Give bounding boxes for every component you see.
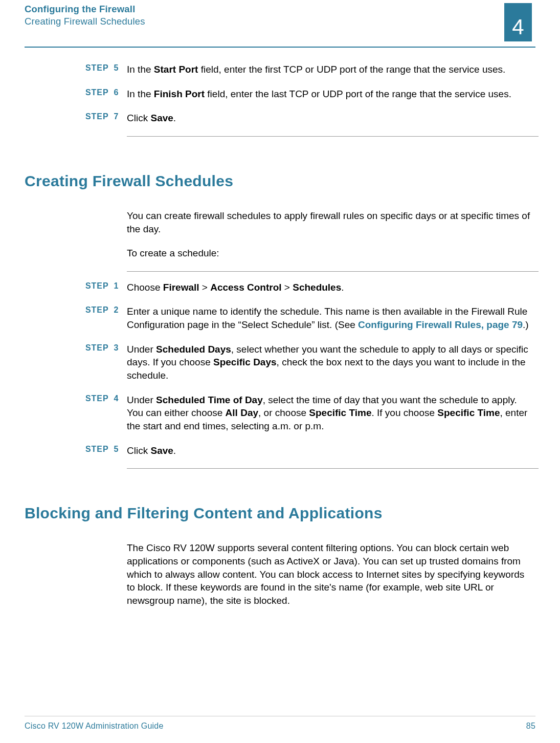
step-number: 6 [114, 88, 119, 97]
step-word: STEP [85, 281, 109, 290]
step-label: STEP 5 [25, 63, 127, 73]
step-text: . [341, 282, 344, 293]
step-text: .) [523, 319, 529, 330]
body-paragraph: You can create firewall schedules to app… [127, 209, 535, 235]
page-footer: Cisco RV 120W Administration Guide 85 [25, 716, 535, 731]
step-text: field, enter the last TCP or UDP port of… [205, 89, 511, 99]
step-label: STEP 3 [25, 343, 127, 353]
step-row: STEP 7 Click Save. [25, 112, 535, 125]
step-bold: Specific Days [213, 357, 277, 367]
step-row: STEP 5 In the Start Port field, enter th… [25, 63, 535, 76]
step-bold: Specific Time [309, 407, 371, 418]
step-body: Choose Firewall > Access Control > Sched… [127, 281, 535, 294]
step-bold: Firewall [163, 282, 199, 293]
step-text: Under [127, 344, 156, 355]
step-word: STEP [85, 343, 109, 352]
page-header: Configuring the Firewall Creating Firewa… [25, 0, 535, 41]
step-bold: Scheduled Days [156, 344, 231, 355]
footer-page-number: 85 [526, 722, 535, 731]
step-number: 1 [114, 281, 119, 290]
step-text: In the [127, 89, 154, 99]
step-word: STEP [85, 88, 109, 97]
section-end-rule [127, 136, 539, 137]
step-bold: Schedules [293, 282, 341, 293]
step-text: . If you choose [371, 407, 437, 418]
step-bold: All Day [226, 407, 258, 418]
step-text: Choose [127, 282, 163, 293]
body-paragraph: The Cisco RV 120W supports several conte… [127, 541, 535, 607]
chapter-number-badge: 4 [504, 3, 532, 41]
step-row: STEP 3 Under Scheduled Days, select whet… [25, 343, 535, 382]
header-chapter-title: Configuring the Firewall [25, 3, 145, 15]
header-section-title: Creating Firewall Schedules [25, 15, 145, 28]
step-label: STEP 1 [25, 281, 127, 291]
step-row: STEP 4 Under Scheduled Time of Day, sele… [25, 394, 535, 433]
step-bold: Specific Time [437, 407, 500, 418]
step-body: Enter a unique name to identify the sche… [127, 305, 535, 331]
step-bold: Save [150, 445, 173, 456]
cross-reference-link[interactable]: Configuring Firewall Rules, page 79 [358, 319, 523, 330]
step-body: In the Finish Port field, enter the last… [127, 88, 535, 101]
step-word: STEP [85, 445, 109, 453]
steps-start-rule [127, 271, 539, 272]
header-text-block: Configuring the Firewall Creating Firewa… [25, 3, 145, 28]
step-number: 7 [114, 112, 119, 121]
step-row: STEP 1 Choose Firewall > Access Control … [25, 281, 535, 294]
step-row: STEP 5 Click Save. [25, 444, 535, 457]
step-label: STEP 6 [25, 88, 127, 97]
step-number: 5 [114, 63, 119, 72]
step-word: STEP [85, 394, 109, 403]
step-row: STEP 6 In the Finish Port field, enter t… [25, 88, 535, 101]
step-number: 2 [114, 305, 119, 314]
step-label: STEP 2 [25, 305, 127, 315]
step-bold: Save [150, 113, 173, 123]
step-text: > [282, 282, 293, 293]
section-heading: Blocking and Filtering Content and Appli… [25, 505, 535, 522]
step-bold: Scheduled Time of Day [156, 395, 263, 405]
step-word: STEP [85, 305, 109, 314]
step-text: . [173, 113, 176, 123]
step-text: Click [127, 445, 150, 456]
step-text: > [199, 282, 211, 293]
step-row: STEP 2 Enter a unique name to identify t… [25, 305, 535, 331]
body-paragraph: To create a schedule: [127, 247, 535, 260]
step-body: Click Save. [127, 112, 535, 125]
step-bold: Access Control [210, 282, 281, 293]
step-body: In the Start Port field, enter the first… [127, 63, 535, 76]
section-heading: Creating Firewall Schedules [25, 172, 535, 190]
step-label: STEP 5 [25, 444, 127, 454]
step-bold: Finish Port [154, 89, 205, 99]
step-number: 4 [114, 394, 119, 403]
step-body: Click Save. [127, 444, 535, 457]
step-text: , or choose [258, 407, 309, 418]
footer-guide-title: Cisco RV 120W Administration Guide [25, 722, 164, 731]
step-number: 5 [114, 445, 119, 453]
step-label: STEP 4 [25, 394, 127, 403]
step-body: Under Scheduled Days, select whether you… [127, 343, 535, 382]
step-word: STEP [85, 112, 109, 121]
step-label: STEP 7 [25, 112, 127, 121]
step-text: field, enter the first TCP or UDP port o… [198, 64, 505, 75]
step-text: Click [127, 113, 150, 123]
step-text: In the [127, 64, 154, 75]
step-word: STEP [85, 63, 109, 72]
section-end-rule [127, 468, 539, 469]
step-number: 3 [114, 343, 119, 352]
step-text: . [173, 445, 176, 456]
step-body: Under Scheduled Time of Day, select the … [127, 394, 535, 433]
step-text: Under [127, 395, 156, 405]
step-bold: Start Port [154, 64, 198, 75]
